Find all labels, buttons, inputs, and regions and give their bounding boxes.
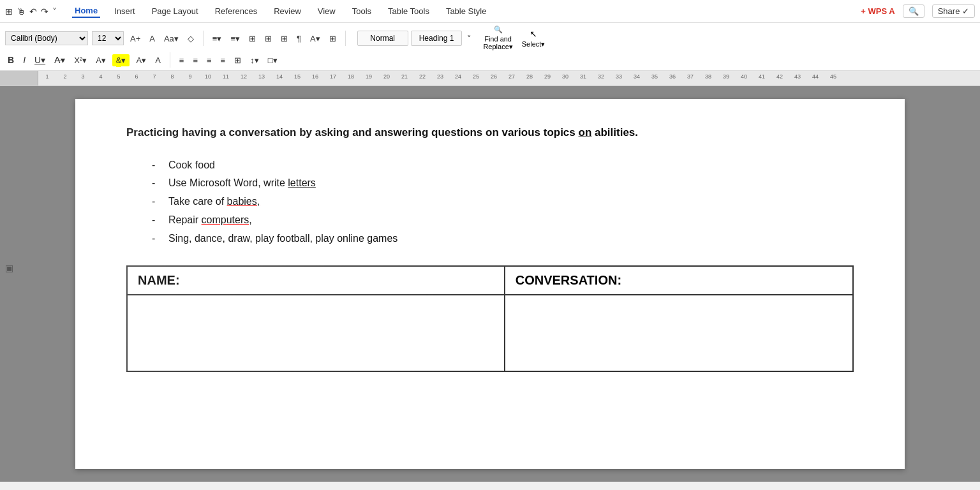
highlight-button[interactable]: &▾: [112, 54, 130, 66]
font-grow-button[interactable]: A+: [128, 33, 143, 45]
pilcrow-button[interactable]: ¶: [294, 33, 304, 45]
menu-nav: Home Insert Page Layout References Revie…: [72, 4, 489, 18]
select-label: Select▾: [522, 40, 546, 48]
hand-icon: 🖱: [17, 6, 26, 17]
line-spacing-button[interactable]: ↕▾: [248, 54, 262, 66]
ruler-mark: 7: [145, 73, 163, 80]
intro-paragraph: Practicing having a conversation by aski…: [126, 124, 854, 141]
ruler-mark: 40: [735, 73, 753, 80]
font-family-select[interactable]: Calibri (Body): [5, 31, 88, 45]
nav-review[interactable]: Review: [271, 5, 304, 17]
list1-button[interactable]: ≡▾: [210, 33, 225, 45]
list-item-text: Sing, dance, draw, play football, play o…: [168, 230, 397, 248]
share-button[interactable]: Share ✓: [932, 4, 975, 18]
dropdown-arrow-icon[interactable]: ˅: [52, 6, 57, 17]
separator2: [345, 31, 346, 46]
select-area[interactable]: ↖ Select▾: [522, 29, 546, 48]
font-shrink-button[interactable]: A: [147, 33, 158, 45]
bold-button[interactable]: B: [5, 54, 17, 66]
ruler-mark: 19: [360, 73, 378, 80]
align-justify-button[interactable]: ≡: [218, 54, 228, 66]
align-right-button[interactable]: ≡: [204, 54, 214, 66]
ruler-mark: 27: [503, 73, 521, 80]
underline-button[interactable]: U▾: [32, 54, 48, 66]
bullet-list: - Cook food - Use Microsoft Word, write …: [152, 156, 854, 248]
ruler-mark: 23: [431, 73, 449, 80]
ruler-mark: 3: [74, 73, 92, 80]
search-toolbar-icon: 🔍: [494, 26, 503, 34]
ribbon-row2: B I U▾ A̶▾ X²▾ A▾ &▾ A▾ A ≡ ≡ ≡ ≡ ⊞ ↕▾ □…: [5, 52, 975, 68]
nav-table-tools[interactable]: Table Tools: [385, 5, 432, 17]
name-body-cell[interactable]: [127, 295, 505, 371]
nav-references[interactable]: References: [212, 5, 260, 17]
ruler-left-margin: [0, 71, 38, 86]
undo-icon[interactable]: ↶: [29, 6, 37, 17]
dash-icon: -: [152, 174, 161, 193]
ruler-mark: 37: [681, 73, 699, 80]
style-heading1-button[interactable]: Heading 1: [411, 31, 463, 46]
list-item: - Take care of babies,: [152, 193, 854, 211]
nav-page-layout[interactable]: Page Layout: [149, 5, 201, 17]
conversation-header-text: CONVERSATION:: [516, 273, 621, 287]
styles-more-button[interactable]: ˅: [464, 33, 474, 45]
ruler-mark: 4: [92, 73, 110, 80]
nav-home[interactable]: Home: [72, 4, 100, 18]
select-icon: ↖: [530, 29, 537, 39]
font-size-select[interactable]: 12: [92, 31, 124, 45]
ruler-mark: 6: [128, 73, 145, 80]
ruler-mark: 14: [271, 73, 288, 80]
font-color2-button[interactable]: A▾: [308, 33, 323, 45]
column-button[interactable]: ⊞: [232, 54, 244, 66]
dash-icon: -: [152, 211, 161, 230]
sidebar-bottom-icon[interactable]: ▣: [5, 263, 13, 273]
indent-inc-button[interactable]: ⊞: [262, 33, 274, 45]
ruler-mark: 10: [199, 73, 217, 80]
align-left-button[interactable]: ≡: [177, 54, 187, 66]
indent-dec-button[interactable]: ⊞: [246, 33, 258, 45]
ruler-mark: 42: [771, 73, 789, 80]
wps-button[interactable]: + WPS A: [861, 6, 895, 16]
name-header-text: NAME:: [138, 273, 180, 287]
superscript-button[interactable]: X²▾: [71, 54, 89, 66]
search-icon[interactable]: 🔍: [903, 4, 924, 18]
nav-view[interactable]: View: [315, 5, 338, 17]
nav-insert[interactable]: Insert: [112, 5, 138, 17]
clear-format-button[interactable]: A: [152, 54, 163, 66]
text-effects-button[interactable]: ◇: [185, 33, 197, 45]
separator1: [203, 31, 204, 46]
align-center-button[interactable]: ≡: [190, 54, 200, 66]
list-item-text: Repair computers,: [168, 211, 252, 230]
name-conversation-table: NAME: CONVERSATION:: [126, 265, 854, 372]
left-sidebar-icon: ▣: [5, 263, 13, 273]
ruler-mark: 8: [163, 73, 181, 80]
ruler-mark: 2: [56, 73, 74, 80]
font-color-button[interactable]: A▾: [93, 54, 108, 66]
ruler-mark: 20: [378, 73, 396, 80]
nav-table-style[interactable]: Table Style: [443, 5, 489, 17]
ruler-mark: 39: [717, 73, 735, 80]
list-item-text: Cook food: [168, 156, 215, 175]
italic-button[interactable]: I: [20, 54, 28, 66]
nav-tools[interactable]: Tools: [350, 5, 374, 17]
table-button[interactable]: ⊞: [327, 33, 339, 45]
list2-button[interactable]: ≡▾: [228, 33, 242, 45]
list-item: - Use Microsoft Word, write letters: [152, 174, 854, 193]
list-item: - Sing, dance, draw, play football, play…: [152, 230, 854, 248]
ruler-mark: 43: [789, 73, 806, 80]
ruler-mark: 13: [253, 73, 271, 80]
find-replace-area[interactable]: 🔍 Find andReplace▾: [483, 26, 512, 51]
shading-button[interactable]: □▾: [265, 54, 280, 66]
ruler-mark: 16: [306, 73, 324, 80]
aa-button[interactable]: Aa▾: [161, 33, 181, 45]
ruler-mark: 26: [485, 73, 503, 80]
conversation-body-cell[interactable]: [505, 295, 853, 371]
document-page[interactable]: Practicing having a conversation by aski…: [75, 99, 905, 469]
conversation-header-cell: CONVERSATION:: [505, 266, 853, 295]
redo-icon[interactable]: ↷: [41, 6, 48, 17]
strikethrough-button[interactable]: A̶▾: [52, 54, 68, 66]
style-normal-button[interactable]: Normal: [357, 31, 408, 46]
ruler-mark: 11: [217, 73, 235, 80]
sort-button[interactable]: ⊞: [278, 33, 290, 45]
font-color3-button[interactable]: A▾: [133, 54, 149, 66]
ruler-mark: 5: [110, 73, 128, 80]
